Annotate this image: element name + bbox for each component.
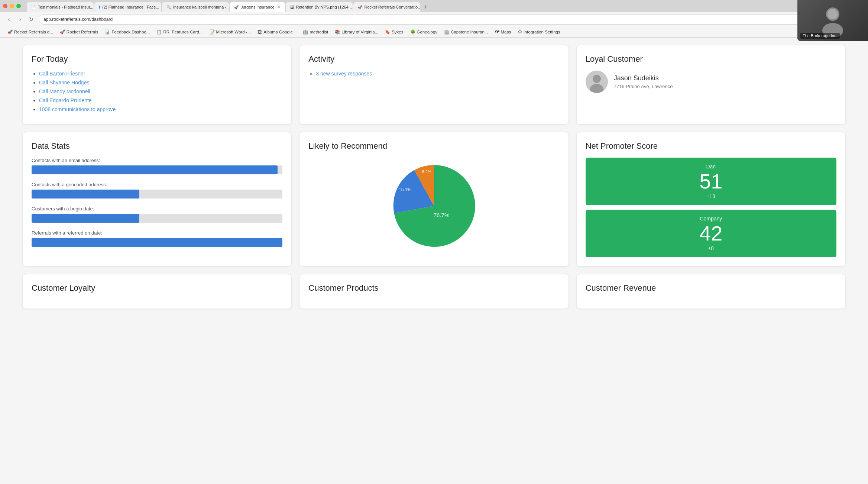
todo-item-5[interactable]: 1008 communications to approve xyxy=(39,106,282,112)
bookmark-rocket[interactable]: 🚀 Rocket Referrals xyxy=(57,29,101,35)
todo-item-4[interactable]: Call Edgardo Prudente xyxy=(39,97,282,103)
bookmark-rocket-d[interactable]: 🚀 Rocket Referrals d... xyxy=(4,29,56,35)
bookmark-maps[interactable]: 🗺 Maps xyxy=(492,29,514,35)
address-bar[interactable]: app.rocketreferrals.com/dashboard xyxy=(39,14,816,25)
bookmark-icon: 🚀 xyxy=(7,29,13,35)
tab-label: (2) Flathead Insurance | Face... xyxy=(102,5,159,9)
webcam-video xyxy=(818,4,848,37)
nps-company-delta: ±8 xyxy=(592,245,830,251)
activity-list: 3 new survey responses xyxy=(308,71,559,77)
nps-card: Net Promoter Score Dan 51 ±13 Company 42… xyxy=(576,132,846,267)
pie-chart: 76.7% 15.1% 8.2% xyxy=(382,161,486,251)
new-tab-button[interactable]: + xyxy=(421,3,430,12)
nps-dan-delta: ±13 xyxy=(592,193,830,199)
nps-title: Net Promoter Score xyxy=(586,141,836,151)
stat-email-bar-container: 98% xyxy=(32,165,282,174)
tab-label: Rocket Referrals Conversatio... xyxy=(365,5,420,9)
tab-testimonials[interactable]: 📄 Testimonials - Flathead Insur... ✕ xyxy=(27,2,94,12)
bookmark-capstone[interactable]: 🏢 Capstone Insuran... xyxy=(441,29,491,35)
main-content: For Today Call Barton Friesner Call Shya… xyxy=(0,38,868,484)
bookmark-library[interactable]: 📚 Library of Virginia... xyxy=(332,29,381,35)
stat-referral-date-bar-container: 100% xyxy=(32,238,282,247)
tab-close-icon[interactable]: ✕ xyxy=(277,4,281,10)
bookmark-genealogy[interactable]: 🌳 Genealogy xyxy=(407,29,441,35)
activity-item-1[interactable]: 3 new survey responses xyxy=(316,71,559,77)
todo-item-2[interactable]: Call Shyanne Hodges xyxy=(39,80,282,85)
likely-recommend-card: Likely to Recommend 76.7% 15.1% 8 xyxy=(299,132,569,267)
pie-label-orange: 8.2% xyxy=(422,170,431,174)
pie-label-blue: 15.1% xyxy=(399,187,411,192)
todo-link-3[interactable]: Call Mandy Mcdonnell xyxy=(39,88,90,94)
bookmark-icon: 📊 xyxy=(105,29,110,35)
bookmark-albums[interactable]: 🖼 Albums Google _ xyxy=(255,29,299,35)
tab-label: Insurance kalispell montana -... xyxy=(173,5,229,9)
bookmark-rr-features[interactable]: 📋 RR_Features Card... xyxy=(153,29,205,35)
svg-point-2 xyxy=(827,9,838,19)
minimize-button[interactable] xyxy=(10,4,14,8)
for-today-title: For Today xyxy=(32,54,282,64)
loyal-customer-title: Loyal Customer xyxy=(586,54,836,64)
bookmarks-bar: 🚀 Rocket Referrals d... 🚀 Rocket Referra… xyxy=(0,27,868,37)
todo-link-1[interactable]: Call Barton Friesner xyxy=(39,71,85,77)
customer-avatar xyxy=(586,71,608,93)
todo-link-4[interactable]: Call Edgardo Prudente xyxy=(39,97,92,103)
bookmark-label: methodist xyxy=(310,30,328,34)
close-button[interactable] xyxy=(3,4,7,8)
tab-facebook[interactable]: f (2) Flathead Insurance | Face... ✕ xyxy=(94,2,161,12)
bookmark-icon: 🏥 xyxy=(303,29,308,35)
middle-row-grid: Data Stats Contacts with an email addres… xyxy=(22,132,846,267)
bookmark-icon: 📝 xyxy=(210,29,215,35)
bookmark-icon: 🗺 xyxy=(495,30,499,34)
reload-button[interactable]: ↻ xyxy=(27,15,36,24)
tab-search[interactable]: 🔍 Insurance kalispell montana -... ✕ xyxy=(162,2,229,12)
activity-link-1[interactable]: 3 new survey responses xyxy=(316,71,372,77)
maximize-button[interactable] xyxy=(16,4,21,8)
webcam-overlay: The Brokerage Inc. xyxy=(797,0,868,41)
todo-link-2[interactable]: Call Shyanne Hodges xyxy=(39,80,89,85)
stat-begin-date-bar-container: 43% xyxy=(32,214,282,223)
customer-address: 7716 Prairie Ave, Lawrence xyxy=(614,84,673,89)
back-button[interactable]: ‹ xyxy=(4,15,13,24)
bookmark-methodist[interactable]: 🏥 methodist xyxy=(300,29,331,35)
data-stats-title: Data Stats xyxy=(32,141,282,151)
bookmark-sykes[interactable]: 🔖 Sykes xyxy=(382,29,406,35)
loyal-customer-content: Jason Sudeikis 7716 Prairie Ave, Lawrenc… xyxy=(586,71,836,93)
tab-retention[interactable]: 🖼 Retention By NPS.png (1264... ✕ xyxy=(286,2,353,12)
customer-revenue-title: Customer Revenue xyxy=(586,283,836,293)
nav-controls: ‹ › ↻ xyxy=(4,15,36,24)
forward-button[interactable]: › xyxy=(16,15,25,24)
bookmark-icon: 📋 xyxy=(156,29,162,35)
stat-geocoded: Contacts with a geocoded address: 43% xyxy=(32,182,282,199)
bookmark-label: Microsoft Word -... xyxy=(216,30,251,34)
bookmark-label: Rocket Referrals xyxy=(67,30,98,34)
for-today-card: For Today Call Barton Friesner Call Shya… xyxy=(22,45,292,125)
todo-item-3[interactable]: Call Mandy Mcdonnell xyxy=(39,88,282,94)
stat-begin-date: Customers with a begin date: 43% xyxy=(32,206,282,223)
tab-label: Jurgens Insurance xyxy=(241,5,275,9)
tab-bar: 📄 Testimonials - Flathead Insur... ✕ f (… xyxy=(24,0,868,12)
tab-label: Testimonials - Flathead Insur... xyxy=(38,5,93,9)
bookmark-feedback[interactable]: 📊 Feedback Dashbo... xyxy=(102,29,153,35)
tab-rocket[interactable]: 🚀 Rocket Referrals Conversatio... ✕ xyxy=(353,2,420,12)
bookmark-label: Capstone Insuran... xyxy=(451,30,488,34)
nps-company-label: Company xyxy=(592,216,830,222)
bookmark-icon: 📚 xyxy=(335,29,340,35)
for-today-list: Call Barton Friesner Call Shyanne Hodges… xyxy=(32,71,282,112)
todo-link-5[interactable]: 1008 communications to approve xyxy=(39,106,116,112)
customer-revenue-card: Customer Revenue xyxy=(576,274,846,309)
tab-jurgens[interactable]: 🚀 Jurgens Insurance ✕ xyxy=(230,2,285,12)
tab-favicon: 🚀 xyxy=(358,5,362,9)
bookmark-label: Maps xyxy=(501,30,511,34)
pie-label-green: 76.7% xyxy=(434,212,450,218)
bookmark-icon: 🔖 xyxy=(385,29,390,35)
bookmark-icon: 🚀 xyxy=(60,29,65,35)
bookmark-label: Genealogy xyxy=(417,30,438,34)
bookmark-word[interactable]: 📝 Microsoft Word -... xyxy=(207,29,254,35)
bookmark-integration[interactable]: ⚙ Integration Settings xyxy=(515,29,563,35)
url-text: app.rocketreferrals.com/dashboard xyxy=(43,17,113,22)
nps-dan-box: Dan 51 ±13 xyxy=(586,158,836,205)
stat-begin-date-label: Customers with a begin date: xyxy=(32,206,282,212)
tab-favicon: f xyxy=(99,5,100,9)
tab-label: Retention By NPS.png (1264... xyxy=(296,5,352,9)
todo-item-1[interactable]: Call Barton Friesner xyxy=(39,71,282,77)
